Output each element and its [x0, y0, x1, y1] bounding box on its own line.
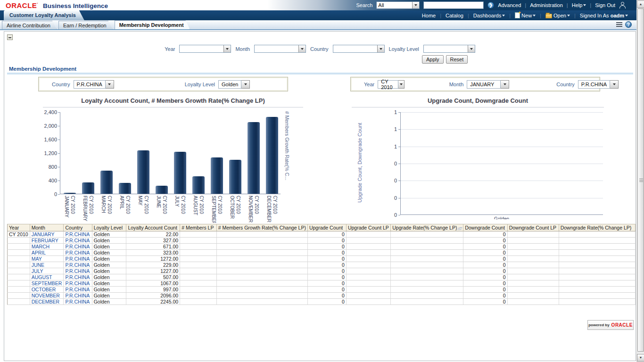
country-select[interactable]: P.R.CHINA [578, 80, 619, 89]
bar-april[interactable] [119, 183, 131, 194]
cell-country[interactable]: P.R.CHINA [64, 293, 92, 299]
cell-country[interactable]: P.R.CHINA [64, 238, 92, 244]
chevron-down-icon[interactable] [106, 80, 114, 89]
table-row: DECEMBERP.R.CHINAGolden2245.0000 [8, 299, 636, 305]
cell-country[interactable]: P.R.CHINA [64, 244, 92, 250]
prompt-loyalty-select[interactable] [423, 45, 475, 53]
dashboard-nav-bar: Customer Loyalty Analysis Home | Catalog… [0, 10, 636, 20]
chevron-down-icon[interactable] [377, 45, 384, 52]
sort-icons[interactable]: △▽ [457, 227, 462, 230]
column-header-upgrade-rate-change-lp[interactable]: Upgrade Rate(% Change LP)△▽ [391, 224, 463, 231]
bar-february[interactable] [82, 182, 94, 194]
country-select[interactable]: P.R.CHINA [74, 80, 114, 89]
chevron-down-icon[interactable] [468, 45, 475, 52]
topbar-actions: Search All ❯ Advanced | Administration |… [356, 1, 636, 9]
bar-december[interactable] [266, 117, 278, 194]
scrollbar-thumb[interactable] [637, 8, 644, 352]
catalog-link[interactable]: Catalog [446, 13, 463, 18]
bar-september[interactable] [211, 157, 223, 194]
dashboard-tab-customer-loyalty-analysis[interactable]: Customer Loyalty Analysis [4, 10, 84, 20]
advanced-link[interactable]: Advanced [498, 2, 521, 8]
search-input[interactable] [423, 1, 484, 9]
cell-month[interactable]: JULY [30, 268, 64, 274]
signed-in-as[interactable]: Signed In As oadm [580, 13, 628, 18]
dashboards-menu[interactable]: Dashboards [473, 13, 505, 18]
cell-month[interactable]: APRIL [30, 250, 64, 256]
chevron-down-icon[interactable] [412, 2, 419, 8]
collapse-icon[interactable] [7, 34, 13, 40]
table-row: APRILP.R.CHINAGolden323.0000 [8, 250, 636, 256]
chevron-down-icon[interactable] [398, 80, 405, 89]
chevron-down-icon[interactable] [223, 45, 231, 52]
cell-month[interactable]: JANUARY [30, 231, 64, 238]
tab-airline-contribution[interactable]: Airline Contribution [2, 21, 57, 29]
apply-button[interactable]: Apply [422, 55, 444, 64]
chevron-down-icon[interactable] [241, 80, 250, 89]
prompt-country-select[interactable] [333, 45, 385, 53]
cell-country[interactable]: P.R.CHINA [64, 256, 92, 262]
prompt-year-select[interactable] [179, 45, 231, 53]
bar-august[interactable] [192, 176, 205, 194]
tab-earn-redemption[interactable]: Earn / Redemption [58, 21, 113, 29]
administration-link[interactable]: Administration [530, 2, 563, 8]
bar-january[interactable] [64, 193, 76, 194]
cell-country[interactable]: P.R.CHINA [64, 274, 92, 280]
cell-country[interactable]: P.R.CHINA [64, 262, 92, 268]
help-menu[interactable]: Help [572, 2, 586, 8]
cell-month[interactable]: AUGUST [30, 274, 64, 280]
cell-country[interactable]: P.R.CHINA [64, 280, 92, 287]
new-menu[interactable]: ✦ New [515, 12, 536, 18]
loyalty-level-select[interactable]: Golden [218, 80, 250, 89]
cell-country[interactable]: P.R.CHINA [64, 250, 92, 256]
bar-march[interactable] [100, 171, 113, 194]
chevron-down-icon[interactable] [298, 45, 305, 52]
table-row: NOVEMBERP.R.CHINAGolden2096.0000 [8, 293, 636, 299]
cell-downgrade-count: 0 [463, 280, 508, 287]
x-axis-label: CY 2010 SEPTEMBER [210, 196, 223, 223]
cell-country[interactable]: P.R.CHINA [64, 287, 92, 293]
cell-month[interactable]: NOVEMBER [30, 293, 64, 299]
month-select[interactable]: JANUARY [467, 80, 509, 89]
help-icon[interactable]: ? [625, 21, 632, 28]
bar-may[interactable] [137, 150, 149, 194]
reset-button[interactable]: Reset [446, 55, 468, 64]
sign-out-link[interactable]: Sign Out [595, 2, 615, 8]
y-tick-label: 0 [385, 161, 397, 166]
scroll-up-icon[interactable]: ▲ [637, 0, 644, 8]
bar-november[interactable] [248, 122, 260, 194]
open-menu[interactable]: Open [545, 12, 570, 18]
page-options-icon[interactable] [616, 22, 622, 27]
cell-country[interactable]: P.R.CHINA [64, 231, 92, 238]
prompt-loyalty-label: Loyalty Level [389, 46, 419, 52]
scroll-down-icon[interactable]: ▼ [637, 354, 644, 362]
month-label: Month [449, 82, 464, 87]
cell-month[interactable]: JUNE [30, 262, 64, 268]
bar-july[interactable] [174, 152, 186, 194]
bar-june[interactable] [156, 186, 168, 194]
cell-month[interactable]: DECEMBER [30, 299, 64, 305]
chevron-down-icon[interactable] [501, 80, 509, 89]
cell-month[interactable]: MAY [30, 256, 64, 262]
tab-membership-development[interactable]: Membership Development [115, 20, 190, 29]
cell-upgrade-count: 0 [307, 250, 346, 256]
bar-october[interactable] [229, 160, 241, 194]
cell-country[interactable]: P.R.CHINA [64, 268, 92, 274]
year-select[interactable]: CY 2010 [378, 80, 404, 89]
search-go-icon[interactable]: ❯ [487, 2, 494, 8]
cell-month[interactable]: FEBRUARY [30, 238, 64, 244]
cell-month[interactable]: OCTOBER [30, 287, 64, 293]
cell-year [8, 293, 30, 299]
prompt-month-select[interactable] [254, 45, 306, 53]
chevron-down-icon[interactable] [610, 80, 619, 89]
content-panel: Year Month Country Loyalty Level Apply R… [4, 31, 636, 361]
new-document-icon: ✦ [515, 12, 520, 18]
cell-downgrade-count-lp [507, 274, 559, 280]
search-scope-select[interactable]: All [376, 1, 420, 9]
cell-upgrade-count: 0 [307, 287, 346, 293]
vertical-scrollbar[interactable]: ▲ ▼ [636, 0, 644, 362]
x-axis-label: CY 2010 JUNE [155, 196, 168, 223]
cell-month[interactable]: MARCH [30, 244, 64, 250]
home-link[interactable]: Home [422, 13, 436, 18]
cell-country[interactable]: P.R.CHINA [64, 299, 92, 305]
cell-month[interactable]: SEPTEMBER [30, 280, 64, 287]
